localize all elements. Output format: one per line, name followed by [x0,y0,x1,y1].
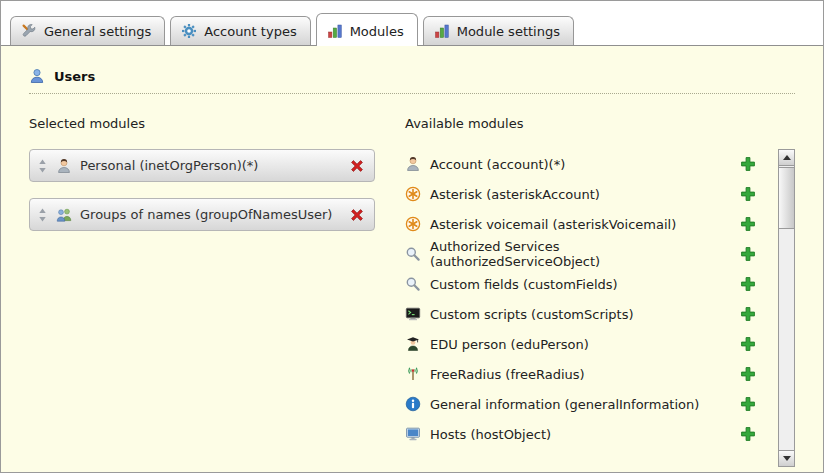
asterisk-icon [405,186,421,202]
add-module-button[interactable] [740,306,756,322]
tab-modules[interactable]: Modules [316,13,418,46]
available-module-item: General information (generalInformation) [405,389,770,419]
available-modules-column: Available modules Account (account)(*)As… [405,116,795,467]
module-label: Hosts (hostObject) [430,427,731,442]
scrollbar-track[interactable] [779,166,794,450]
tab-account-types[interactable]: Account types [170,16,310,45]
available-module-item: Hosts (hostObject) [405,419,770,449]
scrollbar-down-button[interactable] [779,450,794,466]
delete-icon [349,207,365,223]
add-module-button[interactable] [740,246,756,262]
add-module-button[interactable] [740,366,756,382]
add-module-button[interactable] [740,276,756,292]
tab-bar: General settingsAccount typesModulesModu… [1,1,823,46]
available-module-item: Custom fields (customFields) [405,269,770,299]
add-module-button[interactable] [740,396,756,412]
add-module-button[interactable] [740,336,756,352]
add-icon [740,366,756,382]
module-label: Custom scripts (customScripts) [430,307,731,322]
person-icon [56,158,72,174]
available-modules-wrap: Account (account)(*)Asterisk (asteriskAc… [405,149,795,467]
available-module-item: EDU person (eduPerson) [405,329,770,359]
host-icon [405,426,421,442]
add-module-button[interactable] [740,426,756,442]
add-icon [740,246,756,262]
users-section-header: Users [29,68,795,94]
available-module-item: Account (account)(*) [405,149,770,179]
edu-person-icon [405,336,421,352]
asterisk-icon [405,216,421,232]
module-label: Asterisk (asteriskAccount) [430,187,731,202]
module-label: Asterisk voicemail (asteriskVoicemail) [430,217,731,232]
sort-handle-icon[interactable] [37,158,48,174]
tab-label: Modules [350,24,404,39]
selected-modules-column: Selected modules Personal (inetOrgPerson… [29,116,405,467]
info-icon [405,396,421,412]
add-icon [740,216,756,232]
tab-label: Account types [204,24,296,39]
delete-icon [349,158,365,174]
radius-icon [405,366,421,382]
group-icon [56,207,72,223]
content-area: Users Selected modules Personal (inetOrg… [1,46,823,472]
gear-icon [181,23,197,39]
scrollbar-thumb[interactable] [779,167,794,229]
selected-modules-heading: Selected modules [29,116,405,131]
scroll-down-arrow-icon [783,456,791,461]
available-modules-list: Account (account)(*)Asterisk (asteriskAc… [405,149,770,467]
add-module-button[interactable] [740,216,756,232]
module-label: Groups of names (groupOfNamesUser) [80,207,341,222]
magnifier-icon [405,246,421,262]
module-label: Custom fields (customFields) [430,277,731,292]
users-icon [29,68,45,84]
add-icon [740,186,756,202]
add-icon [740,156,756,172]
remove-module-button[interactable] [349,158,365,174]
person-icon [405,156,421,172]
scrollbar-up-button[interactable] [779,150,794,166]
sort-handle-icon[interactable] [37,207,48,223]
module-label: FreeRadius (freeRadius) [430,367,731,382]
available-module-item: FreeRadius (freeRadius) [405,359,770,389]
modules-chart-icon [327,23,343,39]
selected-modules-list: Personal (inetOrgPerson)(*)Groups of nam… [29,149,405,231]
module-config-window: General settingsAccount typesModulesModu… [0,0,824,473]
module-label: EDU person (eduPerson) [430,337,731,352]
add-module-button[interactable] [740,186,756,202]
module-label: Account (account)(*) [430,157,731,172]
tab-module-settings[interactable]: Module settings [423,16,574,45]
add-module-button[interactable] [740,156,756,172]
remove-module-button[interactable] [349,207,365,223]
available-modules-heading: Available modules [405,116,795,131]
available-module-item: Asterisk (asteriskAccount) [405,179,770,209]
tools-icon [21,23,37,39]
add-icon [740,336,756,352]
module-label: Personal (inetOrgPerson)(*) [80,158,341,173]
add-icon [740,276,756,292]
available-module-item: Asterisk voicemail (asteriskVoicemail) [405,209,770,239]
add-icon [740,426,756,442]
scroll-up-arrow-icon [783,155,791,160]
module-columns: Selected modules Personal (inetOrgPerson… [29,116,795,467]
add-icon [740,306,756,322]
module-label: Authorized Services (authorizedServiceOb… [430,239,731,269]
module-label: General information (generalInformation) [430,397,731,412]
modules-chart-icon [434,23,450,39]
tab-label: Module settings [457,24,560,39]
tab-general-settings[interactable]: General settings [10,16,165,45]
terminal-icon [405,306,421,322]
selected-module-item: Groups of names (groupOfNamesUser) [29,198,375,231]
magnifier-icon [405,276,421,292]
available-module-item: Custom scripts (customScripts) [405,299,770,329]
add-icon [740,396,756,412]
available-list-scrollbar[interactable] [778,149,795,467]
section-title: Users [54,69,95,84]
selected-module-item: Personal (inetOrgPerson)(*) [29,149,375,182]
tab-label: General settings [44,24,151,39]
available-module-item: Authorized Services (authorizedServiceOb… [405,239,770,269]
